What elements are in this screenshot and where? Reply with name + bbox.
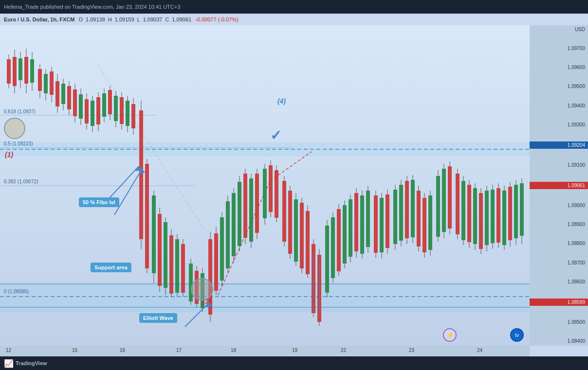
- svg-rect-111: [300, 203, 304, 268]
- svg-rect-99: [263, 169, 267, 218]
- tradingview-logo: 📈 TradingView: [4, 359, 47, 368]
- date-12: 12: [6, 348, 11, 353]
- svg-rect-49: [108, 90, 112, 114]
- chart-area: 0.618 (1.0937) 0.5 (1.09223) 0.382 (1.09…: [0, 25, 530, 346]
- svg-rect-167: [473, 188, 477, 244]
- svg-rect-87: [226, 201, 230, 268]
- svg-rect-119: [325, 226, 329, 293]
- svg-rect-165: [467, 185, 471, 242]
- svg-rect-71: [175, 239, 179, 293]
- svg-rect-155: [436, 176, 440, 237]
- price-highlight-red2: 1.08599: [530, 299, 588, 306]
- high-label: H: [108, 17, 112, 22]
- svg-rect-31: [55, 81, 59, 106]
- chart-container: Hellena_Trade published on TradingView.c…: [0, 0, 588, 370]
- svg-rect-61: [145, 164, 149, 268]
- ohlc-change: -0.00077 (-0.07%): [195, 17, 239, 22]
- currency-label: USD: [530, 27, 588, 32]
- fibo-0618-label: 0.618 (1.0937): [4, 109, 36, 114]
- tradingview-icon[interactable]: tv: [510, 328, 524, 342]
- date-23: 23: [409, 348, 414, 353]
- close-value: 1.09061: [172, 17, 191, 22]
- svg-rect-39: [79, 94, 83, 119]
- svg-rect-19: [18, 58, 22, 80]
- svg-rect-89: [232, 193, 236, 256]
- svg-rect-103: [275, 170, 278, 218]
- svg-rect-29: [50, 71, 54, 95]
- elliott-wave-box: Elliott Wave: [139, 313, 177, 323]
- chart-svg: [0, 25, 530, 346]
- svg-rect-127: [349, 199, 352, 257]
- svg-rect-163: [461, 181, 465, 240]
- fibo-50-box: 50 % Fibo lvl: [79, 197, 119, 207]
- svg-rect-101: [269, 165, 273, 212]
- svg-rect-169: [479, 193, 483, 249]
- svg-rect-105: [282, 181, 286, 242]
- svg-rect-33: [61, 84, 65, 104]
- date-15: 15: [72, 348, 77, 353]
- svg-rect-171: [485, 191, 489, 245]
- svg-rect-21: [24, 57, 28, 84]
- svg-rect-95: [249, 178, 253, 242]
- svg-rect-83: [214, 233, 218, 291]
- svg-rect-43: [91, 101, 94, 126]
- attribution-text: Hellena_Trade published on TradingView.c…: [4, 4, 180, 10]
- svg-rect-137: [380, 198, 384, 252]
- svg-rect-27: [44, 74, 48, 93]
- svg-rect-93: [243, 174, 247, 238]
- svg-rect-133: [366, 191, 370, 247]
- svg-rect-65: [158, 214, 162, 286]
- support-area-box: Support area: [91, 263, 131, 272]
- fibo-0382-label: 0.382 (1.09072): [4, 179, 38, 184]
- svg-rect-181: [514, 185, 518, 238]
- open-value: 1.09138: [86, 17, 105, 22]
- svg-rect-145: [405, 181, 409, 238]
- date-18: 18: [231, 348, 236, 353]
- fibo-0-label: 0 (1.08585): [4, 289, 29, 294]
- svg-rect-91: [238, 182, 241, 246]
- svg-rect-143: [399, 185, 403, 241]
- svg-rect-159: [448, 166, 452, 229]
- svg-rect-179: [508, 187, 512, 240]
- svg-rect-141: [393, 190, 397, 244]
- svg-rect-25: [38, 69, 42, 91]
- svg-rect-175: [496, 188, 500, 243]
- price-highlight-red: 1.09061: [530, 182, 588, 189]
- fibo-05-label: 0.5 (1.09223): [4, 141, 33, 146]
- svg-rect-63: [152, 195, 156, 273]
- svg-rect-15: [7, 59, 11, 84]
- high-value: 1.09159: [115, 17, 134, 22]
- svg-rect-55: [126, 101, 129, 126]
- svg-rect-53: [120, 97, 124, 124]
- footer-bar: 📈 TradingView: [0, 356, 588, 370]
- symbol-label: Euro / U.S. Dollar, 1h, FXCM: [4, 17, 74, 22]
- date-19: 19: [292, 348, 297, 353]
- svg-rect-2: [0, 283, 530, 312]
- svg-rect-123: [337, 209, 341, 271]
- svg-rect-75: [189, 264, 193, 301]
- svg-rect-23: [30, 59, 34, 83]
- svg-rect-135: [374, 195, 378, 253]
- svg-rect-149: [417, 191, 421, 247]
- svg-rect-97: [255, 174, 259, 233]
- date-16: 16: [120, 348, 125, 353]
- svg-rect-125: [343, 205, 347, 264]
- svg-rect-57: [131, 104, 135, 128]
- svg-rect-51: [114, 96, 118, 121]
- svg-rect-17: [13, 57, 17, 86]
- svg-rect-59: [139, 110, 143, 239]
- svg-rect-69: [169, 235, 173, 294]
- price-axis: USD 1.09700 1.09600 1.09500 1.09400 1.09…: [530, 25, 588, 346]
- date-17: 17: [176, 348, 182, 353]
- lightning-icon[interactable]: ⚡: [443, 328, 457, 342]
- date-24: 24: [477, 348, 482, 353]
- svg-rect-47: [102, 93, 106, 117]
- svg-rect-177: [502, 191, 506, 245]
- svg-rect-139: [386, 194, 389, 248]
- header-bar: Hellena_Trade published on TradingView.c…: [0, 0, 588, 14]
- price-highlight-blue: 1.09204: [530, 141, 588, 149]
- svg-rect-151: [423, 198, 426, 252]
- ohlc-bar: Euro / U.S. Dollar, 1h, FXCM O 1.09138 H…: [0, 14, 588, 25]
- svg-rect-37: [73, 89, 77, 116]
- svg-rect-85: [220, 217, 224, 281]
